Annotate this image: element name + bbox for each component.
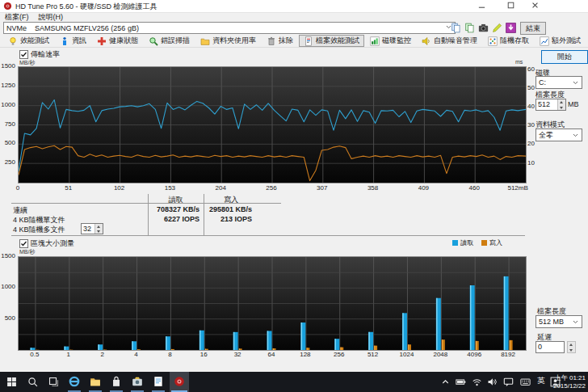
toolbar-button-info[interactable]: 資訊 [55, 35, 91, 47]
start-button[interactable]: 開始 [541, 50, 588, 64]
maximize-icon [506, 1, 515, 11]
taskbar-camera-app[interactable] [128, 372, 147, 392]
right-y-tick: 20 [527, 141, 540, 147]
folder-icon [90, 376, 101, 389]
store-bag-icon [111, 376, 122, 389]
disk-monitor-icon [370, 36, 380, 46]
taskbar-file-explorer[interactable] [86, 372, 105, 392]
spinner-down-icon[interactable] [568, 348, 575, 353]
camera-app-icon [132, 376, 143, 389]
taskbar-edge[interactable] [65, 372, 84, 392]
menu-bar: 檔案(F)說明(H) [0, 13, 588, 22]
block-file-length-dropdown[interactable]: 512 MB [536, 315, 582, 328]
x-category: 2 [100, 351, 103, 358]
toolbar-button-aam[interactable]: 自動噪音管理 [417, 35, 482, 47]
data-mode-dropdown[interactable]: 全零 [536, 129, 582, 141]
taskbar: 英 上午 01:21 2015/12/22 [0, 372, 588, 392]
drive-selector[interactable]: NVMe SAMSUNG MZFLV256 (256 gB) [3, 22, 456, 34]
multi-file-count-spinner[interactable]: 32 [81, 223, 103, 234]
exit-button[interactable]: 結束 [520, 22, 546, 35]
x-category: 8192 [501, 351, 515, 358]
x-tick: 307 [317, 184, 327, 192]
copy-color-icon[interactable] [464, 23, 475, 33]
toolbar-button-disk-monitor[interactable]: 磁碟監控 [365, 35, 416, 47]
chevron-up-icon[interactable] [440, 377, 451, 387]
spinner-arrows[interactable] [94, 224, 103, 234]
legend-swatch [452, 240, 458, 246]
legend-label: 寫入 [489, 238, 502, 247]
maximize-button[interactable] [501, 0, 520, 12]
x-category: 4 [134, 351, 137, 358]
edit-icon[interactable] [492, 23, 502, 33]
x-tick: 153 [165, 184, 175, 192]
toolbar-button-file-benchmark[interactable]: 檔案效能測試 [299, 35, 364, 47]
start-button-icon[interactable] [6, 377, 17, 387]
taskbar-notes-app[interactable] [149, 372, 168, 392]
toolbar-button-label: 效能測試 [20, 36, 49, 46]
x-tick: 512mB [507, 184, 527, 192]
delay-spinner[interactable]: 0 [536, 341, 565, 353]
hdtune-app-icon [3, 2, 12, 11]
chevron-down-icon [572, 132, 579, 139]
x-category: 16 [200, 351, 208, 358]
volume-icon[interactable] [487, 377, 498, 387]
y-tick: 500 [0, 315, 15, 322]
toolbar-button-folder-usage[interactable]: 資料夾使用率 [195, 35, 261, 47]
menu-item[interactable]: 說明(H) [34, 13, 69, 22]
touch-keyboard-icon[interactable] [520, 377, 531, 387]
screenshot-icon[interactable] [478, 23, 489, 33]
chat-icon[interactable] [503, 377, 514, 387]
file-length-unit: MB [568, 100, 579, 108]
toolbar-button-extra-tests[interactable]: 額外測試 [535, 35, 586, 47]
extra-tests-icon [540, 36, 549, 46]
taskbar-clock[interactable]: 上午 01:21 2015/12/22 [553, 374, 586, 390]
transfer-rate-chart [18, 66, 527, 183]
minimize-button[interactable] [472, 0, 491, 12]
toolbar-button-random-access[interactable]: 隨機存取 [483, 35, 534, 47]
toolbar-button-label: 自動噪音管理 [434, 36, 477, 46]
toolbar-button-erase[interactable]: 抹除 [262, 35, 298, 47]
y-tick: 1500 [0, 253, 15, 259]
taskbar-hdtune[interactable] [170, 372, 189, 392]
taskbar-store[interactable] [107, 372, 126, 392]
stats-seq-write: 295801 KB/s [190, 205, 252, 213]
spinner-arrows[interactable] [557, 99, 565, 110]
legend-item: 讀取 [452, 238, 473, 247]
error-scan-icon [149, 36, 158, 46]
x-category: 256 [334, 351, 344, 358]
spinner-down-icon[interactable] [95, 229, 103, 234]
block-size-chart [18, 256, 527, 351]
copy-icon[interactable] [451, 23, 461, 33]
ime-indicator[interactable]: 英 [537, 376, 545, 386]
file-length-spinner[interactable]: 512 [536, 99, 566, 111]
disk-dropdown[interactable]: C: [536, 76, 582, 89]
close-button[interactable] [525, 0, 544, 12]
toolbar-button-error-scan[interactable]: 錯誤掃描 [144, 35, 195, 47]
wifi-icon[interactable] [472, 377, 482, 387]
minimize-icon [477, 1, 486, 11]
x-category: 128 [300, 351, 310, 358]
chart-legend: 讀取寫入 [452, 238, 502, 247]
toolbar-button-health[interactable]: 健康狀態 [92, 35, 143, 47]
menu-item[interactable]: 檔案(F) [0, 13, 34, 22]
transfer-rate-checkbox[interactable] [19, 50, 28, 59]
folder-usage-icon [200, 36, 210, 46]
y-tick: 250 [0, 159, 15, 166]
save-icon[interactable] [506, 23, 516, 33]
delay-spinner-arrows[interactable] [567, 341, 576, 353]
spinner-down-icon[interactable] [558, 105, 565, 111]
x-category: 0.5 [30, 351, 39, 358]
x-tick: 102 [114, 184, 124, 192]
title-bar: HD Tune Pro 5.60 - 硬碟/SSD 檢測維護工具 [0, 0, 588, 13]
bottom-chart-left-axis: 15001000500 [0, 256, 15, 349]
right-y-tick: 10 [527, 160, 540, 166]
block-size-checkbox[interactable] [19, 239, 28, 248]
battery-icon[interactable] [456, 377, 466, 387]
x-tick: 256 [266, 184, 276, 192]
close-icon [531, 1, 540, 11]
toolbar-button-benchmark[interactable]: 效能測試 [3, 35, 54, 47]
task-view-icon[interactable] [48, 377, 59, 387]
search-icon[interactable] [27, 377, 38, 387]
x-tick: 204 [216, 184, 226, 192]
stats-rand-write: 213 IOPS [190, 215, 252, 223]
